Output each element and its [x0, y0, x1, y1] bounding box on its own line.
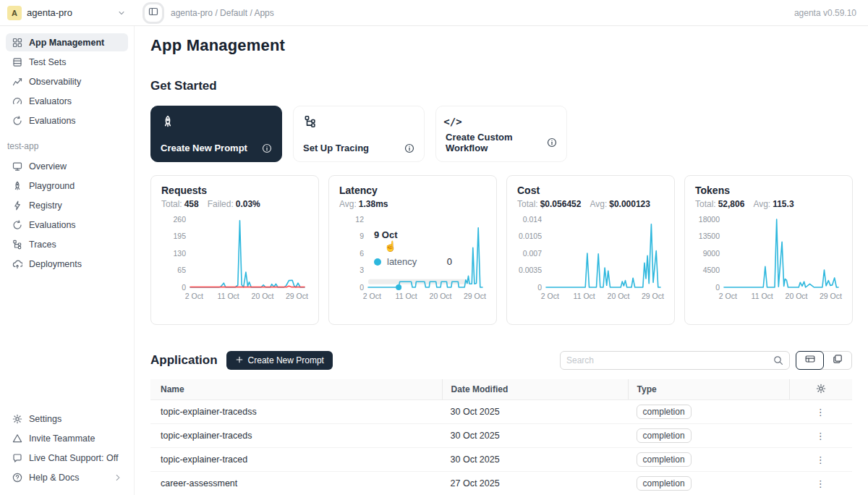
metric-chart[interactable]: 0369122 Oct11 Oct20 Oct29 Oct — [339, 212, 488, 308]
get-started-card-create-custom-workflow[interactable]: </>Create Custom Workflow — [435, 106, 567, 162]
metric-chart[interactable]: 0651301952602 Oct11 Oct20 Oct29 Oct — [161, 212, 310, 308]
sidebar-item-evaluators[interactable]: Evaluators — [6, 92, 128, 110]
svg-text:11 Oct: 11 Oct — [574, 292, 595, 300]
app-name: topic-explainer-tracedss — [150, 407, 442, 417]
sidebar-item-registry[interactable]: Registry — [6, 196, 128, 214]
sidebar-item-label: Playground — [29, 181, 75, 191]
svg-text:0: 0 — [537, 283, 542, 292]
type-badge: completion — [637, 428, 692, 443]
metric-card-requests: RequestsTotal:458Failed:0.03%06513019526… — [150, 175, 319, 325]
sidebar-item-evaluations[interactable]: Evaluations — [6, 111, 128, 130]
search-box — [560, 351, 790, 370]
metric-chart[interactable]: 04500900013500180002 Oct11 Oct20 Oct29 O… — [695, 212, 843, 308]
metric-title: Requests — [161, 185, 308, 196]
info-icon[interactable] — [547, 138, 557, 148]
plus-icon — [235, 355, 244, 366]
svg-text:20 Oct: 20 Oct — [252, 292, 274, 300]
app-name: topic-explainer-traced — [150, 454, 442, 465]
chevron-right-icon — [114, 473, 122, 482]
sidebar-item-observability[interactable]: Observability — [6, 72, 128, 90]
card-view-button[interactable] — [823, 352, 851, 369]
row-actions: ⋮ — [789, 478, 852, 489]
svg-text:3: 3 — [359, 266, 364, 274]
svg-text:11 Oct: 11 Oct — [218, 292, 239, 300]
row-menu-icon[interactable]: ⋮ — [816, 478, 825, 489]
info-icon[interactable] — [404, 143, 414, 153]
sidebar-item-label: Test Sets — [29, 57, 66, 67]
sidebar-item-label: Evaluators — [29, 96, 72, 106]
row-menu-icon[interactable]: ⋮ — [816, 407, 825, 418]
table-row-topic-explainer-traced[interactable]: topic-explainer-traced30 Oct 2025complet… — [150, 448, 852, 472]
sidebar-item-playground[interactable]: Playground — [6, 177, 128, 195]
column-settings[interactable] — [789, 379, 852, 399]
sidebar-item-help-docs[interactable]: Help & Docs — [6, 468, 128, 486]
get-started-card-label: Set Up Tracing — [303, 143, 369, 153]
sidebar-item-test-sets[interactable]: Test Sets — [6, 53, 128, 71]
table-view-button[interactable] — [796, 351, 824, 370]
sidebar-item-deployments[interactable]: Deployments — [6, 255, 128, 273]
sidebar-item-invite-teammate[interactable]: Invite Teammate — [6, 429, 128, 447]
sidebar-item-overview[interactable]: Overview — [6, 157, 128, 175]
type-badge: completion — [637, 405, 692, 419]
help-icon — [12, 472, 22, 483]
charts-row: RequestsTotal:458Failed:0.03%06513019526… — [150, 175, 852, 325]
get-started-cards: Create New PromptSet Up Tracing</>Create… — [150, 106, 852, 162]
sidebar-item-app-management[interactable]: App Management — [6, 33, 128, 51]
column-header-name[interactable]: Name — [150, 384, 442, 394]
app-date-modified: 27 Oct 2025 — [442, 478, 628, 488]
svg-text:0.0035: 0.0035 — [519, 266, 542, 274]
workspace-avatar: A — [7, 6, 22, 20]
table-row-topic-explainer-traceds[interactable]: topic-explainer-traceds30 Oct 2025comple… — [150, 424, 852, 448]
page-title: App Management — [150, 36, 852, 55]
metric-chart[interactable]: 00.00350.0070.01050.0142 Oct11 Oct20 Oct… — [517, 212, 665, 308]
sidebar-collapse-button[interactable] — [145, 4, 162, 22]
gear-icon — [12, 413, 22, 424]
svg-text:6: 6 — [359, 249, 364, 258]
svg-text:0: 0 — [359, 283, 364, 292]
metric-title: Latency — [339, 185, 486, 196]
app-version: agenta v0.59.10 — [794, 8, 868, 18]
monitor-icon — [12, 161, 22, 172]
svg-text:0: 0 — [715, 283, 720, 292]
row-menu-icon[interactable]: ⋮ — [816, 431, 825, 441]
search-icon[interactable] — [773, 355, 783, 365]
svg-text:11 Oct: 11 Oct — [752, 292, 773, 300]
workspace-switcher[interactable]: A agenta-pro — [0, 6, 135, 20]
create-new-prompt-label: Create New Prompt — [248, 355, 324, 365]
chevron-down-icon[interactable] — [117, 9, 126, 17]
table-row-career-assessment[interactable]: career-assessment27 Oct 2025completion⋮ — [150, 472, 852, 495]
create-new-prompt-button[interactable]: Create New Prompt — [226, 351, 333, 370]
cloud-icon — [12, 258, 22, 269]
table-row-topic-explainer-tracedss[interactable]: topic-explainer-tracedss30 Oct 2025compl… — [150, 400, 852, 424]
sidebar-item-evaluations[interactable]: Evaluations — [6, 216, 128, 234]
svg-text:29 Oct: 29 Oct — [642, 292, 664, 300]
get-started-card-set-up-tracing[interactable]: Set Up Tracing — [293, 106, 425, 162]
breadcrumb[interactable]: agenta-pro / Default / Apps — [171, 8, 274, 18]
sidebar-section-label: test-app — [7, 141, 128, 151]
sidebar-item-label: Evaluations — [29, 116, 76, 126]
metric-title: Tokens — [695, 185, 842, 196]
search-input[interactable] — [566, 355, 773, 365]
panel-left-icon — [148, 7, 158, 20]
sidebar-item-traces[interactable]: Traces — [6, 235, 128, 253]
chat-icon — [12, 452, 22, 463]
info-icon[interactable] — [262, 143, 272, 153]
svg-text:260: 260 — [173, 215, 186, 224]
sidebar-item-label: Evaluations — [29, 220, 76, 230]
row-actions: ⋮ — [789, 431, 852, 441]
sidebar-item-label: Deployments — [29, 259, 82, 269]
get-started-card-create-new-prompt[interactable]: Create New Prompt — [150, 106, 282, 162]
row-menu-icon[interactable]: ⋮ — [816, 454, 825, 465]
svg-text:20 Oct: 20 Oct — [608, 292, 630, 300]
svg-text:18000: 18000 — [699, 215, 720, 224]
svg-text:0.007: 0.007 — [523, 249, 542, 258]
rocket-icon — [161, 114, 175, 129]
sidebar-item-settings[interactable]: Settings — [6, 410, 128, 428]
column-header-type[interactable]: Type — [628, 379, 789, 399]
column-header-date-modified[interactable]: Date Modified — [442, 379, 628, 399]
sidebar-item-label: Settings — [29, 414, 61, 424]
app-type: completion — [628, 405, 789, 419]
sidebar-item-live-chat-support-off[interactable]: Live Chat Support: Off — [6, 449, 128, 467]
app-type: completion — [628, 428, 789, 443]
app-date-modified: 30 Oct 2025 — [442, 454, 628, 465]
